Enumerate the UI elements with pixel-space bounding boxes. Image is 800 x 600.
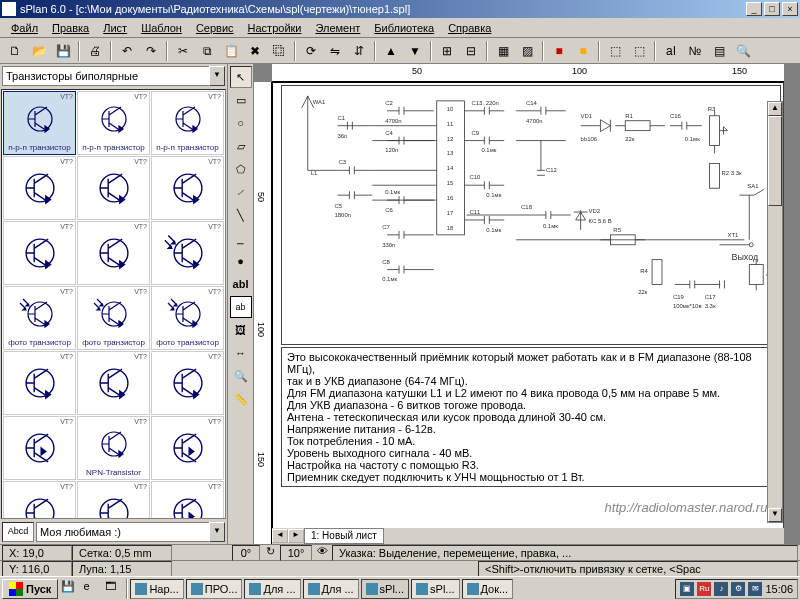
palette-cell[interactable]: VT? xyxy=(3,416,76,480)
palette-cell[interactable]: VT? фото транзистор xyxy=(77,286,150,350)
tb-showgrid[interactable]: ▨ xyxy=(516,40,538,62)
palette-cell[interactable]: VT? xyxy=(77,156,150,220)
palette-cell[interactable]: VT? фото транзистор xyxy=(3,286,76,350)
taskbar-task[interactable]: Для ... xyxy=(244,579,300,599)
tool-zoom[interactable]: 🔍 xyxy=(230,365,252,387)
tb-fliph[interactable]: ⇋ xyxy=(324,40,346,62)
scroll-up-icon[interactable]: ▲ xyxy=(768,102,782,116)
palette-cell[interactable]: VT? NPN-Transistor xyxy=(77,416,150,480)
scroll-down-icon[interactable]: ▼ xyxy=(768,508,782,522)
tool-measure[interactable]: 📏 xyxy=(230,388,252,410)
tray-icon[interactable]: ♪ xyxy=(714,582,728,596)
tb-fill[interactable]: ■ xyxy=(572,40,594,62)
menu-sheet[interactable]: Лист xyxy=(96,20,134,36)
start-button[interactable]: Пуск xyxy=(2,579,58,599)
tool-pointer[interactable]: ↖ xyxy=(230,66,252,88)
menu-element[interactable]: Элемент xyxy=(308,20,367,36)
palette-cell[interactable]: VT? xyxy=(77,221,150,285)
vertical-scrollbar[interactable]: ▲ ▼ xyxy=(767,101,783,523)
tb-back[interactable]: ▼ xyxy=(404,40,426,62)
taskbar-task[interactable]: Док... xyxy=(462,579,514,599)
tb-front[interactable]: ▲ xyxy=(380,40,402,62)
watermark-link[interactable]: http://radiolomaster.narod.ru/ xyxy=(605,500,771,515)
taskbar-task[interactable]: Нар... xyxy=(130,579,183,599)
drawing-canvas[interactable]: WA1 10 11 12 13 14 15 16 17 xyxy=(272,82,784,544)
menu-library[interactable]: Библиотека xyxy=(367,20,441,36)
dropdown-icon[interactable]: ▼ xyxy=(209,522,225,542)
tb-bom[interactable]: ▤ xyxy=(708,40,730,62)
maximize-button[interactable]: □ xyxy=(764,2,780,16)
tool-line[interactable]: ╲ xyxy=(230,204,252,226)
taskbar-task[interactable]: ПРО... xyxy=(186,579,243,599)
palette-cell[interactable]: VT? n-p-n транзистор xyxy=(151,91,224,155)
menu-file[interactable]: Файл xyxy=(4,20,45,36)
quicklaunch-save-icon[interactable]: 💾 xyxy=(60,579,80,599)
library-combo-input[interactable] xyxy=(2,66,209,86)
tool-poly[interactable]: ⬠ xyxy=(230,158,252,180)
tb-delete[interactable]: ✖ xyxy=(244,40,266,62)
palette-cell[interactable]: VT? xyxy=(151,481,224,519)
quicklaunch-ie-icon[interactable]: e xyxy=(82,579,102,599)
tb-cut[interactable]: ✂ xyxy=(172,40,194,62)
palette-cell[interactable]: VT? n-p-n транзистор xyxy=(3,91,76,155)
tb-ungroup[interactable]: ⊟ xyxy=(460,40,482,62)
palette-cell[interactable]: VT? xyxy=(151,221,224,285)
tray-lang-icon[interactable]: Ru xyxy=(697,582,711,596)
favorite-combo[interactable]: ▼ xyxy=(36,522,225,542)
palette-cell[interactable]: VT? xyxy=(151,156,224,220)
tab-next[interactable]: ► xyxy=(288,529,304,543)
minimize-button[interactable]: _ xyxy=(746,2,762,16)
palette-cell[interactable]: VT? xyxy=(151,351,224,415)
tb-dup[interactable]: ⿻ xyxy=(268,40,290,62)
tb-new[interactable]: 🗋 xyxy=(4,40,26,62)
close-button[interactable]: × xyxy=(782,2,798,16)
tool-rect[interactable]: ▭ xyxy=(230,89,252,111)
tb-search[interactable]: 🔍 xyxy=(732,40,754,62)
dropdown-icon[interactable]: ▼ xyxy=(209,66,225,86)
palette-cell[interactable]: VT? фото транзистор xyxy=(151,286,224,350)
tray-icon[interactable]: ▣ xyxy=(680,582,694,596)
tb-renumber[interactable]: № xyxy=(684,40,706,62)
tb-save[interactable]: 💾 xyxy=(52,40,74,62)
palette-cell[interactable]: VT? xyxy=(77,351,150,415)
tb-link2[interactable]: ⬚ xyxy=(628,40,650,62)
tb-font[interactable]: aI xyxy=(660,40,682,62)
sheet-tab[interactable]: 1: Новый лист xyxy=(304,528,384,544)
menu-template[interactable]: Шаблон xyxy=(134,20,189,36)
tb-flipv[interactable]: ⇵ xyxy=(348,40,370,62)
tool-label[interactable]: abI xyxy=(230,273,252,295)
palette-cell[interactable]: VT? n-p-n транзистор xyxy=(77,91,150,155)
menu-settings[interactable]: Настройки xyxy=(241,20,309,36)
tb-open[interactable]: 📂 xyxy=(28,40,50,62)
tb-print[interactable]: 🖨 xyxy=(84,40,106,62)
menu-edit[interactable]: Правка xyxy=(45,20,96,36)
palette-cell[interactable]: VT? xyxy=(3,351,76,415)
palette-cell[interactable]: VT? xyxy=(151,416,224,480)
menu-help[interactable]: Справка xyxy=(441,20,498,36)
tray-icon[interactable]: ⚙ xyxy=(731,582,745,596)
tool-poly-fill[interactable]: ▱ xyxy=(230,135,252,157)
tool-wire[interactable]: ⎯ xyxy=(230,227,252,249)
scroll-thumb[interactable] xyxy=(768,116,782,206)
tb-link1[interactable]: ⬚ xyxy=(604,40,626,62)
library-combo[interactable]: ▼ xyxy=(2,66,225,86)
favorite-combo-input[interactable] xyxy=(36,522,209,542)
tb-copy[interactable]: ⧉ xyxy=(196,40,218,62)
tb-snap[interactable]: ▦ xyxy=(492,40,514,62)
component-palette[interactable]: VT? n-p-n транзисторVT? n-p-n транзистор… xyxy=(1,89,226,519)
tb-paste[interactable]: 📋 xyxy=(220,40,242,62)
palette-cell[interactable]: VT? xyxy=(3,481,76,519)
tray-icon[interactable]: ✉ xyxy=(748,582,762,596)
tb-color[interactable]: ■ xyxy=(548,40,570,62)
palette-cell[interactable]: VT? xyxy=(3,156,76,220)
taskbar-task[interactable]: Для ... xyxy=(303,579,359,599)
menu-service[interactable]: Сервис xyxy=(189,20,241,36)
tool-node[interactable]: ● xyxy=(230,250,252,272)
taskbar-task[interactable]: sPl... xyxy=(411,579,459,599)
tb-redo[interactable]: ↷ xyxy=(140,40,162,62)
palette-cell[interactable]: VT? xyxy=(77,481,150,519)
tb-rotate[interactable]: ⟳ xyxy=(300,40,322,62)
tool-image[interactable]: 🖼 xyxy=(230,319,252,341)
tool-textbox[interactable]: ab xyxy=(230,296,252,318)
quicklaunch-desktop-icon[interactable]: 🗔 xyxy=(104,579,124,599)
